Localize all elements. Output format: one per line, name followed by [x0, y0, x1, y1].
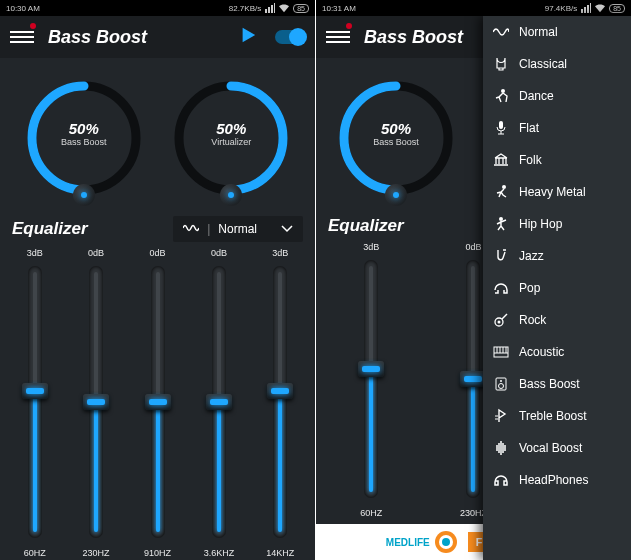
lyre-icon	[493, 56, 509, 72]
sax-icon	[493, 248, 509, 264]
preset-item-pop[interactable]: Pop	[483, 272, 631, 304]
phone-left: 10:30 AM 82.7KB/s 85 Bass Boost 50%Bass …	[0, 0, 315, 560]
preset-item-label: HeadPhones	[519, 473, 588, 487]
preset-item-bass-boost[interactable]: Bass Boost	[483, 368, 631, 400]
band-db: 0dB	[211, 248, 227, 260]
dial-knob[interactable]	[73, 184, 95, 206]
status-time: 10:31 AM	[322, 4, 356, 13]
band-slider[interactable]	[80, 266, 112, 538]
band-db: 0dB	[88, 248, 104, 260]
band-slider[interactable]	[142, 266, 174, 538]
equalizer-header: Equalizer | Normal	[0, 212, 315, 242]
svg-point-9	[499, 217, 503, 221]
vocal-wave-icon	[493, 440, 509, 456]
bass-boost-dial[interactable]: 50%Bass Boost	[336, 78, 456, 202]
band-db: 3dB	[27, 248, 43, 260]
band-hz: 3.6KHZ	[204, 548, 235, 560]
play-button[interactable]	[239, 26, 257, 48]
preset-item-vocal-boost[interactable]: Vocal Boost	[483, 432, 631, 464]
preset-item-classical[interactable]: Classical	[483, 48, 631, 80]
chevron-down-icon	[281, 222, 293, 236]
temple-icon	[493, 152, 509, 168]
svg-point-15	[500, 380, 502, 382]
band-hz: 60HZ	[24, 548, 46, 560]
band-db: 3dB	[363, 242, 379, 254]
band-db: 0dB	[465, 242, 481, 254]
preset-label: Normal	[218, 222, 257, 236]
menu-button[interactable]	[10, 25, 34, 49]
virtualizer-dial[interactable]: 50%Virtualizer	[171, 78, 291, 202]
preset-dropdown-open[interactable]: NormalClassicalDanceFlatFolkHeavy MetalH…	[483, 16, 631, 560]
preset-item-dance[interactable]: Dance	[483, 80, 631, 112]
phone-right: 10:31 AM 97.4KB/s 85 Bass Boost 50%Bass …	[316, 0, 631, 560]
preset-item-heavy-metal[interactable]: Heavy Metal	[483, 176, 631, 208]
status-bar: 10:31 AM 97.4KB/s 85	[316, 0, 631, 16]
preset-item-label: Acoustic	[519, 345, 564, 359]
speaker-icon	[493, 376, 509, 392]
preset-item-normal[interactable]: Normal	[483, 16, 631, 48]
dial-percent: 50%	[171, 120, 291, 137]
preset-item-rock[interactable]: Rock	[483, 304, 631, 336]
eq-bands: 3dB 60HZ 0dB 230HZ 0dB	[0, 242, 315, 560]
dial-knob[interactable]	[385, 184, 407, 206]
band-hz: 14KHZ	[266, 548, 294, 560]
preset-item-label: Heavy Metal	[519, 185, 586, 199]
preset-item-label: Folk	[519, 153, 542, 167]
power-toggle[interactable]	[275, 30, 305, 44]
eq-band: 3dB 14KHZ	[250, 248, 311, 560]
band-db: 3dB	[272, 248, 288, 260]
eq-band: 0dB 910HZ	[127, 248, 188, 560]
mic-icon	[493, 120, 509, 136]
preset-item-flat[interactable]: Flat	[483, 112, 631, 144]
menu-button[interactable]	[326, 25, 350, 49]
dial-percent: 50%	[336, 120, 456, 137]
status-time: 10:30 AM	[6, 4, 40, 13]
ad-brand: MEDLIFE	[386, 537, 430, 548]
dial-label: Bass Boost	[24, 137, 144, 147]
band-slider[interactable]	[355, 260, 387, 498]
preset-item-jazz[interactable]: Jazz	[483, 240, 631, 272]
preset-item-label: Jazz	[519, 249, 544, 263]
preset-item-label: Bass Boost	[519, 377, 580, 391]
preset-item-label: Treble Boost	[519, 409, 587, 423]
wifi-icon	[279, 3, 289, 13]
preset-item-hip-hop[interactable]: Hip Hop	[483, 208, 631, 240]
preset-item-acoustic[interactable]: Acoustic	[483, 336, 631, 368]
runner-icon	[493, 184, 509, 200]
wave-icon	[183, 222, 199, 236]
battery-icon: 85	[609, 4, 625, 13]
preset-item-label: Flat	[519, 121, 539, 135]
headphones2-icon	[493, 472, 509, 488]
equalizer-title: Equalizer	[12, 219, 88, 239]
dial-knob[interactable]	[220, 184, 242, 206]
bass-boost-dial[interactable]: 50%Bass Boost	[24, 78, 144, 202]
person-arm-icon	[493, 216, 509, 232]
band-hz: 910HZ	[144, 548, 171, 560]
eq-band: 0dB 230HZ	[65, 248, 126, 560]
dial-label: Virtualizer	[171, 137, 291, 147]
svg-point-5	[442, 538, 450, 546]
preset-item-label: Dance	[519, 89, 554, 103]
dials-row: 50%Bass Boost 50%Virtualizer	[0, 58, 315, 212]
app-title: Bass Boost	[48, 27, 239, 48]
preset-item-folk[interactable]: Folk	[483, 144, 631, 176]
band-slider[interactable]	[203, 266, 235, 538]
treble-icon	[493, 408, 509, 424]
status-bar: 10:30 AM 82.7KB/s 85	[0, 0, 315, 16]
preset-item-headphones[interactable]: HeadPhones	[483, 464, 631, 496]
band-db: 0dB	[150, 248, 166, 260]
band-slider[interactable]	[19, 266, 51, 538]
signal-icon	[265, 3, 275, 13]
dial-percent: 50%	[24, 120, 144, 137]
eq-band: 3dB 60HZ	[320, 242, 422, 520]
piano-icon	[493, 344, 509, 360]
battery-icon: 85	[293, 4, 309, 13]
svg-point-8	[502, 185, 506, 189]
preset-item-label: Pop	[519, 281, 540, 295]
preset-item-treble-boost[interactable]: Treble Boost	[483, 400, 631, 432]
eq-band: 3dB 60HZ	[4, 248, 65, 560]
band-slider[interactable]	[264, 266, 296, 538]
dancer-icon	[493, 88, 509, 104]
guitar-icon	[493, 312, 509, 328]
preset-dropdown[interactable]: | Normal	[173, 216, 303, 242]
